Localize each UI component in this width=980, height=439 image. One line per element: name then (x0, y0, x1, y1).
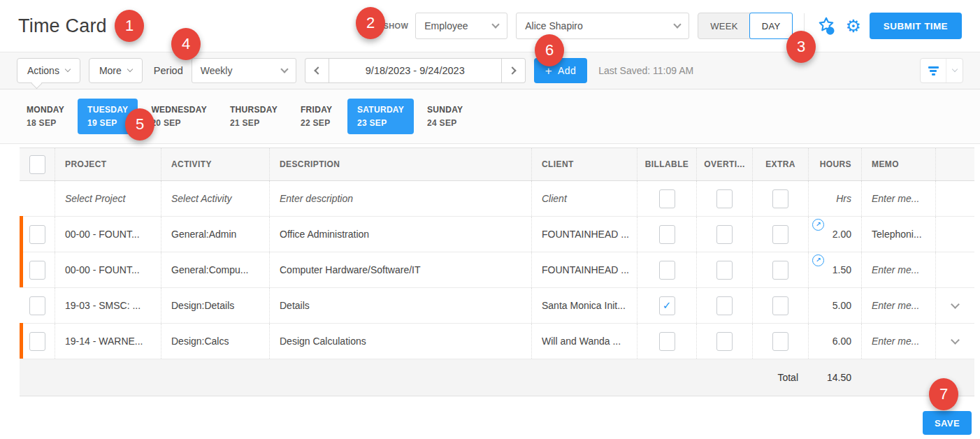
previous-period-button[interactable] (305, 58, 329, 83)
overtime-checkbox[interactable] (716, 261, 733, 280)
chevron-down-icon (951, 66, 957, 72)
billable-checkbox[interactable]: ✓ (659, 332, 675, 351)
col-hours: HOURS (808, 148, 861, 180)
project-cell[interactable]: 00-00 - FOUNT... (55, 217, 161, 252)
expand-cell (935, 217, 974, 252)
overtime-checkbox[interactable] (716, 332, 733, 351)
hours-cell[interactable]: Hrs (808, 181, 861, 216)
chevron-left-icon (314, 66, 322, 74)
save-button[interactable]: SAVE (923, 411, 972, 435)
time-entries-table: PROJECT ACTIVITY DESCRIPTION CLIENT BILL… (20, 147, 974, 396)
memo-cell[interactable]: Enter me... (861, 252, 935, 287)
col-overtime: OVERTI... (696, 148, 752, 180)
favorite-star-icon[interactable] (816, 15, 837, 36)
synced-jump-icon[interactable]: ↗ (812, 254, 824, 266)
description-cell[interactable]: Enter description (269, 181, 531, 216)
extra-checkbox[interactable] (772, 296, 788, 315)
row-checkbox[interactable] (29, 261, 45, 280)
date-range-field[interactable]: 9/18/2023 - 9/24/2023 (329, 58, 502, 83)
filter-icon[interactable] (921, 59, 946, 82)
activity-cell[interactable]: Design:Details (161, 288, 269, 323)
overtime-cell (696, 252, 752, 287)
total-label-cell: Total (752, 359, 808, 396)
client-cell[interactable]: Santa Monica Init... (531, 288, 637, 323)
row-checkbox[interactable] (29, 332, 45, 351)
col-project: PROJECT (55, 148, 161, 180)
hours-cell[interactable]: ↗ 1.50 (808, 252, 861, 287)
extra-checkbox[interactable] (772, 332, 788, 351)
hours-cell[interactable]: 6.00 (808, 324, 861, 359)
activity-cell[interactable]: Design:Calcs (161, 324, 269, 359)
memo-cell[interactable]: Enter me... (861, 324, 935, 359)
overtime-cell (696, 181, 752, 216)
project-cell[interactable]: 19-14 - WARNE... (55, 324, 161, 359)
overtime-checkbox[interactable] (716, 296, 733, 315)
col-description: DESCRIPTION (269, 148, 531, 180)
billable-checkbox[interactable]: ✓ (659, 261, 675, 280)
chevron-down-icon (674, 20, 682, 28)
billable-checkbox[interactable] (659, 189, 675, 208)
tab-monday[interactable]: MONDAY 18 SEP (17, 99, 74, 134)
tab-sunday[interactable]: SUNDAY 24 SEP (417, 99, 473, 134)
client-cell[interactable]: Client (531, 181, 637, 216)
settings-gear-icon[interactable]: ⚙ (845, 17, 860, 35)
extra-checkbox[interactable] (772, 261, 788, 280)
billable-checkbox[interactable]: ✓ (659, 225, 675, 244)
employee-select[interactable]: Alice Shapiro (516, 13, 689, 39)
table-row: 19-14 - WARNE... Design:Calcs Design Cal… (20, 324, 974, 359)
tab-saturday[interactable]: SATURDAY 23 SEP (347, 99, 414, 134)
project-cell[interactable]: Select Project (55, 181, 161, 216)
activity-cell[interactable]: General:Compu... (161, 252, 269, 287)
row-checkbox[interactable] (29, 296, 45, 315)
period-label: Period (154, 65, 183, 76)
client-cell[interactable]: FOUNTAINHEAD ... (531, 217, 637, 252)
show-mode-select[interactable]: Employee (415, 13, 507, 39)
description-cell[interactable]: Office Administration (269, 217, 531, 252)
show-mode-value: Employee (424, 20, 468, 31)
activity-cell[interactable]: Select Activity (161, 181, 269, 216)
description-cell[interactable]: Details (269, 288, 531, 323)
period-value: Weekly (201, 65, 233, 76)
filter-options-caret[interactable] (946, 59, 963, 82)
extra-checkbox[interactable] (772, 189, 788, 208)
overtime-checkbox[interactable] (716, 225, 733, 244)
select-all-checkbox[interactable] (29, 155, 45, 174)
tab-thursday[interactable]: THURSDAY 21 SEP (220, 99, 287, 134)
activity-cell[interactable]: General:Admin (161, 217, 269, 252)
tab-friday[interactable]: FRIDAY 22 SEP (291, 99, 344, 134)
header-controls: SHOW Employee Alice Shapiro WEEK DAY ⚙ S… (383, 13, 962, 39)
memo-cell[interactable]: Enter me... (861, 288, 935, 323)
memo-cell[interactable]: Enter me... (861, 181, 935, 216)
week-toggle-button[interactable]: WEEK (698, 13, 749, 38)
expand-chevron-icon[interactable] (951, 336, 960, 345)
actions-button[interactable]: Actions (17, 58, 80, 83)
day-toggle-button[interactable]: DAY (749, 13, 793, 39)
annotation-badge-6: 6 (535, 34, 564, 66)
billable-checkbox[interactable]: ✓ (659, 296, 675, 315)
more-button[interactable]: More (89, 58, 143, 83)
next-period-button[interactable] (502, 58, 526, 83)
project-cell[interactable]: 00-00 - FOUNT... (55, 252, 161, 287)
memo-cell[interactable]: Telephoni... (861, 217, 935, 252)
expand-chevron-icon[interactable] (951, 300, 960, 309)
client-cell[interactable]: FOUNTAINHEAD ... (531, 252, 637, 287)
submit-time-button[interactable]: SUBMIT TIME (870, 13, 962, 39)
billable-cell: ✓ (637, 252, 696, 287)
show-label: SHOW (383, 22, 408, 30)
billable-cell (637, 181, 696, 216)
synced-jump-icon[interactable]: ↗ (812, 219, 824, 231)
hours-cell[interactable]: ↗ 2.00 (808, 217, 861, 252)
description-cell[interactable]: Design Calculations (269, 324, 531, 359)
col-activity: ACTIVITY (161, 148, 269, 180)
new-entry-row: Select Project Select Activity Enter des… (20, 181, 974, 217)
period-select[interactable]: Weekly (192, 58, 296, 83)
description-cell[interactable]: Computer Hardware/Software/IT (269, 252, 531, 287)
extra-checkbox[interactable] (772, 225, 788, 244)
client-cell[interactable]: Will and Wanda ... (531, 324, 637, 359)
project-cell[interactable]: 19-03 - SMSC: ... (55, 288, 161, 323)
overtime-checkbox[interactable] (716, 189, 733, 208)
row-select-cell (20, 252, 55, 287)
hours-cell[interactable]: 5.00 (808, 288, 861, 323)
row-checkbox[interactable] (29, 225, 45, 244)
chevron-right-icon (508, 66, 516, 74)
